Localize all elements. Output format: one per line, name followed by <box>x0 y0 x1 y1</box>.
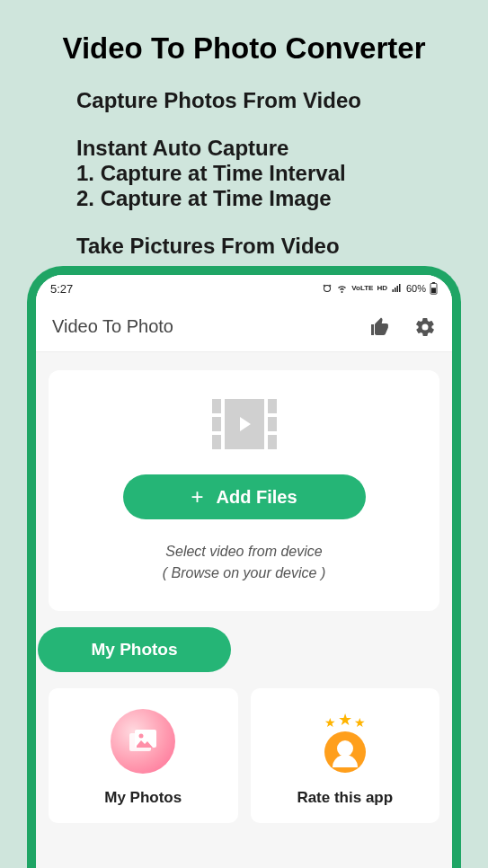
subtitle-capture: Capture Photos From Video <box>76 88 461 113</box>
gear-icon[interactable] <box>414 316 436 338</box>
star-icon: ★ <box>324 715 336 730</box>
feature-line-2: 2. Capture at Time Image <box>76 186 461 211</box>
svg-point-5 <box>139 734 144 739</box>
feature-line-1: 1. Capture at Time Interval <box>76 161 461 186</box>
star-icon: ★ <box>354 715 366 730</box>
hint-line-2: ( Browse on your device ) <box>67 562 421 584</box>
rate-app-label: Rate this app <box>260 789 431 807</box>
add-files-button[interactable]: + Add Files <box>123 474 366 519</box>
upload-card: + Add Files Select video from device ( B… <box>49 370 439 611</box>
app-bar: Video To Photo <box>36 302 452 352</box>
plus-icon: + <box>191 484 203 509</box>
battery-icon <box>430 282 438 295</box>
battery-percent: 60% <box>406 283 426 294</box>
star-icon: ★ <box>338 710 352 730</box>
rate-icon: ★ ★ ★ <box>324 710 366 773</box>
tab-my-photos-label: My Photos <box>91 640 177 660</box>
gallery-icon <box>111 709 175 774</box>
tab-my-photos[interactable]: My Photos <box>38 627 231 672</box>
rate-app-card[interactable]: ★ ★ ★ Rate this app <box>251 688 440 823</box>
wifi-icon <box>336 283 348 294</box>
my-photos-label: My Photos <box>58 789 229 807</box>
status-indicators: VoLTE HD 60% <box>322 282 438 295</box>
subtitle-take: Take Pictures From Video <box>76 234 461 259</box>
thumbs-up-icon[interactable] <box>369 316 391 338</box>
phone-frame: 5:27 VoLTE HD 60% Video To Photo <box>27 266 461 868</box>
app-title: Video To Photo <box>52 316 173 337</box>
svg-rect-1 <box>432 282 435 283</box>
page-title: Video To Photo Converter <box>27 31 461 66</box>
add-files-label: Add Files <box>217 487 297 508</box>
feature-heading: Instant Auto Capture <box>76 136 461 161</box>
alarm-icon <box>322 283 333 294</box>
my-photos-card[interactable]: My Photos <box>49 688 238 823</box>
hint-line-1: Select video from device <box>67 541 421 562</box>
status-time: 5:27 <box>50 282 73 296</box>
video-clip-icon <box>212 399 277 449</box>
svg-rect-2 <box>431 288 436 293</box>
status-bar: 5:27 VoLTE HD 60% <box>36 275 452 302</box>
signal-icon <box>391 283 403 294</box>
